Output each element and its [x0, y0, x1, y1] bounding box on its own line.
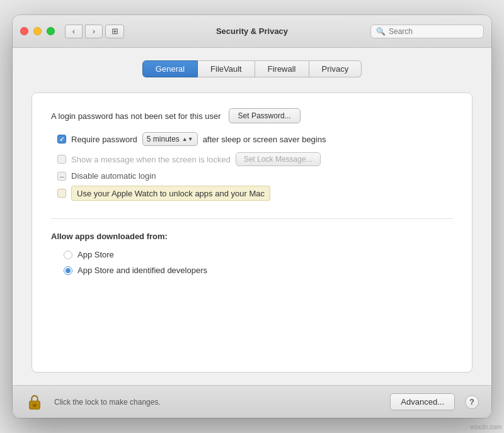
- window-title: Security & Privacy: [216, 26, 288, 36]
- minimize-button[interactable]: [33, 27, 42, 35]
- app-store-radio[interactable]: [64, 250, 72, 259]
- traffic-lights: [20, 27, 55, 35]
- forward-button[interactable]: ›: [85, 25, 103, 38]
- app-store-identified-radio[interactable]: [64, 266, 72, 275]
- close-button[interactable]: [20, 27, 28, 35]
- app-store-radio-row: App Store: [51, 250, 453, 259]
- watermark: wsxdn.com: [470, 424, 501, 430]
- show-message-checkbox[interactable]: [57, 155, 66, 164]
- help-button[interactable]: ?: [465, 395, 479, 409]
- search-input[interactable]: [389, 27, 478, 36]
- disable-auto-login-checkbox[interactable]: [57, 172, 66, 181]
- search-icon: 🔍: [376, 27, 386, 36]
- allow-apps-title: Allow apps downloaded from:: [51, 232, 453, 241]
- set-password-button[interactable]: Set Password...: [229, 108, 301, 123]
- require-password-label: Require password: [71, 135, 137, 144]
- nav-buttons: ‹ ›: [65, 25, 103, 38]
- advanced-button[interactable]: Advanced...: [390, 393, 455, 410]
- allow-apps-section: Allow apps downloaded from: App Store Ap…: [51, 232, 453, 357]
- content-area: General FileVault Firewall Privacy A log…: [13, 48, 491, 385]
- settings-panel: A login password has not been set for th…: [32, 93, 472, 373]
- password-notice-text: A login password has not been set for th…: [51, 111, 221, 121]
- require-password-suffix: after sleep or screen saver begins: [203, 135, 326, 144]
- password-notice-row: A login password has not been set for th…: [51, 108, 453, 123]
- require-password-row: Require password 5 minutes ▲▼ after slee…: [51, 132, 453, 146]
- tab-bar: General FileVault Firewall Privacy: [32, 60, 472, 77]
- footer: Click the lock to make changes. Advanced…: [13, 385, 491, 418]
- search-box[interactable]: 🔍: [370, 25, 484, 38]
- apple-watch-checkbox[interactable]: [57, 189, 66, 198]
- tab-general[interactable]: General: [142, 60, 198, 77]
- main-window: ‹ › ⊞ Security & Privacy 🔍 General FileV…: [13, 15, 491, 418]
- tab-privacy[interactable]: Privacy: [309, 60, 362, 77]
- show-message-row: Show a message when the screen is locked…: [51, 152, 453, 166]
- tab-filevault[interactable]: FileVault: [198, 60, 255, 77]
- dropdown-value: 5 minutes: [147, 135, 180, 143]
- apple-watch-highlight: Use your Apple Watch to unlock apps and …: [71, 186, 270, 201]
- maximize-button[interactable]: [47, 27, 55, 35]
- grid-button[interactable]: ⊞: [105, 25, 124, 38]
- lock-icon-wrap[interactable]: [25, 392, 44, 412]
- apple-watch-row: Use your Apple Watch to unlock apps and …: [51, 186, 453, 201]
- tab-firewall[interactable]: Firewall: [255, 60, 309, 77]
- set-lock-message-button[interactable]: Set Lock Message...: [236, 152, 321, 166]
- app-store-identified-radio-row: App Store and identified developers: [51, 266, 453, 275]
- section-divider: [51, 218, 453, 219]
- back-button[interactable]: ‹: [65, 25, 83, 38]
- chevron-up-down-icon: ▲▼: [182, 136, 193, 142]
- apple-watch-label: Use your Apple Watch to unlock apps and …: [77, 189, 265, 198]
- lock-icon: [28, 394, 42, 410]
- disable-auto-login-label: Disable automatic login: [71, 171, 156, 181]
- app-store-identified-label: App Store and identified developers: [77, 266, 207, 275]
- app-store-label: App Store: [77, 250, 114, 259]
- show-message-label: Show a message when the screen is locked: [71, 155, 231, 164]
- svg-rect-1: [33, 403, 37, 407]
- title-bar: ‹ › ⊞ Security & Privacy 🔍: [13, 15, 491, 48]
- disable-auto-login-row: Disable automatic login: [51, 171, 453, 181]
- require-password-checkbox[interactable]: [57, 135, 66, 143]
- footer-lock-text: Click the lock to make changes.: [54, 398, 380, 407]
- require-password-dropdown[interactable]: 5 minutes ▲▼: [142, 132, 198, 146]
